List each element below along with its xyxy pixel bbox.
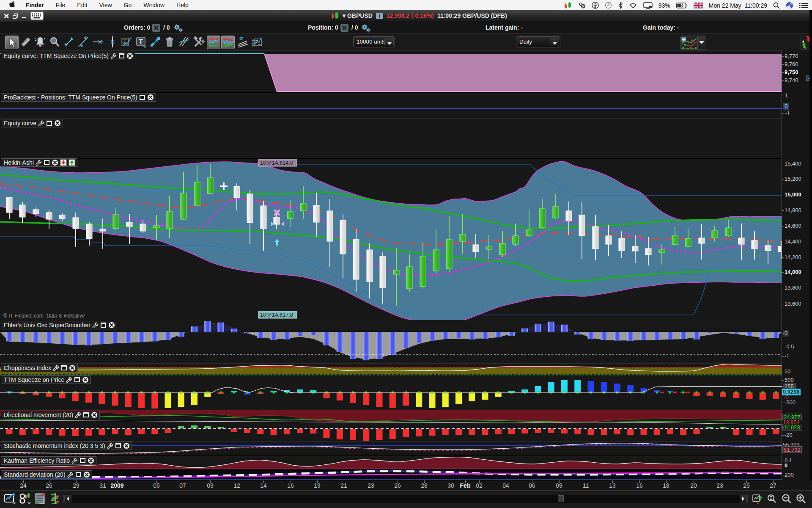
svg-text:Data is indicative: Data is indicative [47,313,85,319]
svg-text:© IT-Finance.com: © IT-Finance.com [3,313,44,319]
svg-text:10@14,617.8: 10@14,617.8 [260,312,293,318]
svg-text:10@14,614.0: 10@14,614.0 [260,160,293,166]
